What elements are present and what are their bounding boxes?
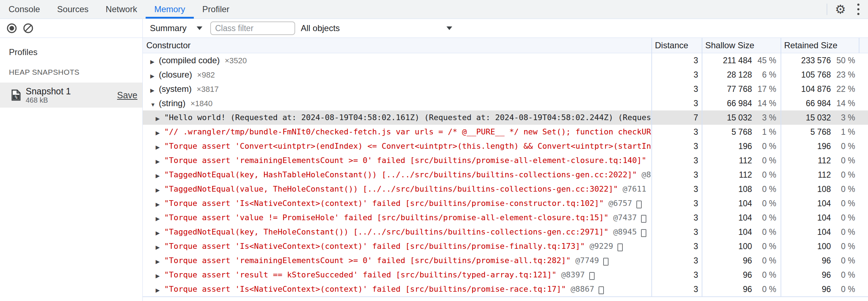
table-row[interactable]: ▶"Torque assert 'value != PromiseHole' f… [143, 211, 868, 225]
base-snapshot-select[interactable]: All objects [301, 23, 452, 33]
expand-arrow-icon[interactable]: ▶ [156, 255, 164, 268]
tab-console[interactable]: Console [0, 0, 49, 19]
expand-arrow-icon[interactable]: ▶ [156, 126, 164, 139]
column-header-constructor[interactable]: Constructor [143, 38, 651, 53]
row-filler [859, 182, 868, 196]
table-row[interactable]: ▶"Torque assert 'Is<NativeContext>(conte… [143, 282, 868, 296]
tabbar-right: ⚙ [827, 0, 868, 19]
expand-arrow-icon[interactable]: ▶ [156, 140, 164, 153]
heap-snapshot-icon: % [11, 89, 21, 101]
table-row[interactable]: ▶"TaggedNotEqual(key, TheHoleConstant())… [143, 225, 868, 239]
column-header-retained-size[interactable]: Retained Size [781, 38, 859, 53]
more-options-icon[interactable] [855, 1, 862, 17]
expand-arrow-icon[interactable]: ▶ [156, 226, 164, 239]
object-id: @8 [642, 170, 651, 179]
row-filler [859, 196, 868, 211]
constructor-name: "Torque assert 'remainingElementsCount >… [164, 156, 646, 165]
constructor-name: "Torque assert 'value != PromiseHole' fa… [164, 213, 609, 222]
perspective-select-value: Summary [150, 23, 187, 33]
expand-arrow-icon[interactable]: ▶ [156, 283, 164, 296]
constructor-cell: ▶(compiled code)×3520 [143, 53, 651, 68]
table-row[interactable]: ▶"Torque assert 'result == kStoreSuccede… [143, 268, 868, 282]
table-row[interactable]: ▶"Torque assert 'remainingElementsCount … [143, 153, 868, 168]
table-row[interactable]: ▶"Torque assert 'remainingElementsCount … [143, 253, 868, 268]
class-filter-input[interactable] [210, 21, 295, 35]
expand-arrow-icon[interactable]: ▶ [150, 69, 159, 82]
row-filler [859, 253, 868, 268]
constructor-name: "Torque assert 'Is<NativeContext>(contex… [164, 285, 566, 293]
constructor-cell: ▶"Torque assert 'remainingElementsCount … [143, 253, 651, 268]
chevron-down-icon [446, 26, 452, 30]
shallow-size-cell: 960 % [702, 253, 781, 268]
distance-cell: 3 [651, 96, 702, 110]
expand-arrow-icon[interactable]: ▶ [156, 154, 164, 168]
clear-profiles-icon[interactable] [23, 23, 33, 33]
table-row[interactable]: ▶(compiled code)×3520 3 211 48445 % 233 … [143, 53, 868, 68]
tab-strip: ConsoleSourcesNetworkMemoryProfiler [0, 0, 827, 19]
distance-cell: 3 [651, 182, 702, 196]
constructor-name: "Hello world! (Requested at: 2024-08-19T… [164, 113, 651, 122]
row-filler [859, 53, 868, 68]
devtools-tabbar: ConsoleSourcesNetworkMemoryProfiler ⚙ [0, 0, 868, 19]
constructor-cell: ▶"Torque assert 'remainingElementsCount … [143, 153, 651, 168]
expand-arrow-icon[interactable]: ▶ [156, 183, 164, 196]
distance-cell: 3 [651, 253, 702, 268]
tab-sources[interactable]: Sources [49, 0, 97, 19]
shallow-size-cell: 5 7681 % [702, 125, 781, 139]
tab-memory[interactable]: Memory [146, 0, 194, 19]
expand-arrow-icon[interactable]: ▶ [156, 197, 164, 211]
retained-size-cell: 1040 % [781, 196, 859, 211]
expand-arrow-icon[interactable]: ▶ [156, 269, 164, 282]
table-row[interactable]: ▶(system)×3817 3 77 76817 % 104 87622 % [143, 82, 868, 96]
table-row[interactable]: ▶"// .wrangler/tmp/bundle-FmNIt0/checked… [143, 125, 868, 139]
expand-arrow-icon[interactable]: ▶ [150, 55, 159, 68]
table-row[interactable]: ▶"TaggedNotEqual(value, TheHoleConstant(… [143, 182, 868, 196]
column-header-shallow-size[interactable]: Shallow Size [702, 38, 781, 53]
table-row[interactable]: ▶"TaggedNotEqual(key, HashTableHoleConst… [143, 168, 868, 182]
expand-arrow-icon[interactable]: ▶ [150, 83, 159, 96]
shallow-size-cell: 1000 % [702, 239, 781, 253]
distance-cell: 3 [651, 225, 702, 239]
table-row[interactable]: ▶"Hello world! (Requested at: 2024-08-19… [143, 110, 868, 125]
constructor-cell: ▶"Hello world! (Requested at: 2024-08-19… [143, 110, 651, 125]
shallow-size-cell: 15 0323 % [702, 110, 781, 125]
table-row[interactable]: ▼(string)×1840 3 66 98414 % 66 98414 % [143, 96, 868, 110]
perspective-select[interactable]: Summary [150, 23, 202, 33]
expand-arrow-icon[interactable]: ▶ [156, 112, 164, 125]
retained-size-cell: 1000 % [781, 239, 859, 253]
detached-box-icon [641, 229, 646, 237]
record-heap-snapshot-icon[interactable] [7, 23, 17, 33]
retained-size-cell: 1960 % [781, 139, 859, 153]
constructor-name: "Torque assert 'Convert<uintptr>(endInde… [164, 142, 651, 150]
shallow-size-cell: 66 98414 % [702, 96, 781, 110]
heap-snapshot-grid: Constructor Distance Shallow Size Retain… [143, 38, 868, 301]
settings-gear-icon[interactable]: ⚙ [835, 3, 846, 15]
constructor-cell: ▶"Torque assert 'Is<NativeContext>(conte… [143, 196, 651, 211]
constructor-cell: ▶(system)×3817 [143, 82, 651, 96]
object-id: @8945 [613, 227, 637, 236]
sidebar-item-snapshot-1[interactable]: % Snapshot 1 468 kB Save [0, 83, 142, 108]
tab-network[interactable]: Network [97, 0, 146, 19]
column-header-distance[interactable]: Distance [651, 38, 702, 53]
table-row[interactable]: ▶"Torque assert 'Is<NativeContext>(conte… [143, 196, 868, 211]
constructor-name: "TaggedNotEqual(key, TheHoleConstant()) … [164, 227, 609, 236]
tab-profiler[interactable]: Profiler [194, 0, 238, 19]
expand-arrow-icon[interactable]: ▶ [156, 212, 164, 225]
table-row[interactable]: ▶"Torque assert 'Is<NativeContext>(conte… [143, 239, 868, 253]
memory-toolbar: Summary All objects [143, 19, 868, 38]
distance-cell: 3 [651, 68, 702, 82]
snapshot-save-link[interactable]: Save [117, 90, 137, 100]
retained-size-cell: 960 % [781, 282, 859, 296]
expand-arrow-icon[interactable]: ▼ [150, 98, 159, 110]
object-id: @8867 [571, 285, 594, 293]
detached-box-icon [599, 286, 604, 294]
instance-count: ×1840 [191, 99, 213, 108]
table-row[interactable]: ▶(closure)×982 3 28 1286 % 105 76823 % [143, 68, 868, 82]
expand-arrow-icon[interactable]: ▶ [156, 169, 164, 182]
detached-box-icon [589, 272, 595, 280]
object-id: @6757 [609, 199, 632, 208]
heap-snapshots-section-title: HEAP SNAPSHOTS [9, 68, 142, 77]
expand-arrow-icon[interactable]: ▶ [156, 240, 164, 253]
retained-size-cell: 1120 % [781, 153, 859, 168]
table-row[interactable]: ▶"Torque assert 'Convert<uintptr>(endInd… [143, 139, 868, 153]
